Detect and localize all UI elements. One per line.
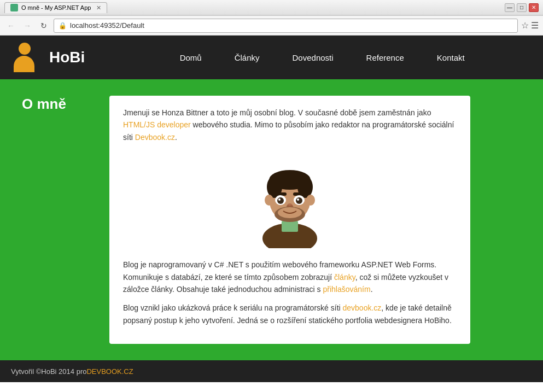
url-text: localhost:49352/Default bbox=[70, 21, 144, 30]
nav-reference[interactable]: Reference bbox=[350, 36, 421, 79]
person-silhouette-icon bbox=[14, 43, 36, 73]
page-title: O mně bbox=[22, 96, 87, 113]
footer-text-before: Vytvořil ©HoBi 2014 pro bbox=[11, 367, 86, 376]
svg-point-14 bbox=[277, 197, 284, 204]
browser-tab[interactable]: O mně - My ASP.NET App ✕ bbox=[4, 2, 107, 13]
svg-point-15 bbox=[296, 197, 302, 204]
lock-icon: 🔒 bbox=[59, 22, 67, 30]
svg-rect-7 bbox=[270, 177, 310, 188]
person-head bbox=[19, 43, 31, 55]
forward-button[interactable]: → bbox=[21, 19, 34, 32]
paragraph3-text-before: Blog vznikl jako ukázková práce k seriál… bbox=[123, 303, 343, 312]
window-controls: — □ ✕ bbox=[505, 3, 539, 12]
site-main: O mně Jmenuji se Honza Bittner a toto je… bbox=[0, 79, 543, 360]
site-footer: Vytvořil ©HoBi 2014 pro DEVBOOK.CZ bbox=[0, 360, 543, 382]
reload-button[interactable]: ↻ bbox=[37, 19, 50, 32]
login-link[interactable]: přihlašováním bbox=[323, 285, 371, 294]
person-body bbox=[14, 56, 34, 72]
tab-close-icon[interactable]: ✕ bbox=[96, 4, 101, 11]
devbook-link-1[interactable]: Devbook.cz bbox=[135, 133, 175, 142]
tab-favicon bbox=[10, 4, 18, 11]
nav-skills[interactable]: Dovednosti bbox=[276, 36, 350, 79]
svg-rect-2 bbox=[282, 221, 298, 232]
site-header: HoBi Domů Články Dovednosti Reference Ko… bbox=[0, 36, 543, 79]
svg-point-8 bbox=[265, 195, 273, 206]
svg-point-9 bbox=[306, 195, 315, 206]
site-navigation: Domů Články Dovednosti Reference Kontakt bbox=[112, 36, 532, 79]
content-paragraph-2: Blog je naprogramovaný v C# .NET s použi… bbox=[123, 259, 457, 295]
title-bar: O mně - My ASP.NET App ✕ — □ ✕ bbox=[0, 0, 543, 15]
nav-articles[interactable]: Články bbox=[218, 36, 276, 79]
address-bar: ← → ↻ 🔒 localhost:49352/Default ☆ ☰ bbox=[0, 16, 543, 36]
window-chrome: O mně - My ASP.NET App ✕ — □ ✕ bbox=[0, 0, 543, 16]
devbook-link-2[interactable]: devbook.cz bbox=[343, 303, 382, 312]
tab-area: O mně - My ASP.NET App ✕ bbox=[4, 2, 107, 13]
title-bar-left: O mně - My ASP.NET App ✕ bbox=[4, 2, 107, 13]
content-card: Jmenuji se Honza Bittner a toto je můj o… bbox=[109, 96, 470, 344]
close-button[interactable]: ✕ bbox=[529, 3, 539, 12]
back-button[interactable]: ← bbox=[4, 19, 17, 32]
nav-home[interactable]: Domů bbox=[164, 36, 218, 79]
svg-point-17 bbox=[297, 198, 299, 201]
maximize-button[interactable]: □ bbox=[517, 3, 527, 12]
avatar-image bbox=[246, 150, 334, 248]
nav-contact[interactable]: Kontakt bbox=[421, 36, 481, 79]
articles-link[interactable]: články bbox=[334, 273, 355, 282]
content-paragraph-1: Jmenuji se Honza Bittner a toto je můj o… bbox=[123, 107, 457, 143]
address-bar-right: ☆ ☰ bbox=[521, 20, 539, 31]
avatar-container bbox=[123, 150, 457, 250]
menu-icon[interactable]: ☰ bbox=[531, 20, 539, 31]
htmljs-link[interactable]: HTML/JS developer bbox=[123, 120, 191, 129]
bookmark-icon[interactable]: ☆ bbox=[521, 20, 529, 31]
footer-devbook-link[interactable]: DEVBOOK.CZ bbox=[86, 367, 133, 376]
site-title: HoBi bbox=[49, 49, 85, 66]
url-bar[interactable]: 🔒 localhost:49352/Default bbox=[54, 19, 518, 33]
minimize-button[interactable]: — bbox=[505, 3, 515, 12]
tab-title: O mně - My ASP.NET App bbox=[21, 4, 91, 11]
svg-point-16 bbox=[278, 198, 281, 201]
site-logo bbox=[11, 41, 38, 74]
content-paragraph-3: Blog vznikl jako ukázková práce k seriál… bbox=[123, 302, 457, 326]
